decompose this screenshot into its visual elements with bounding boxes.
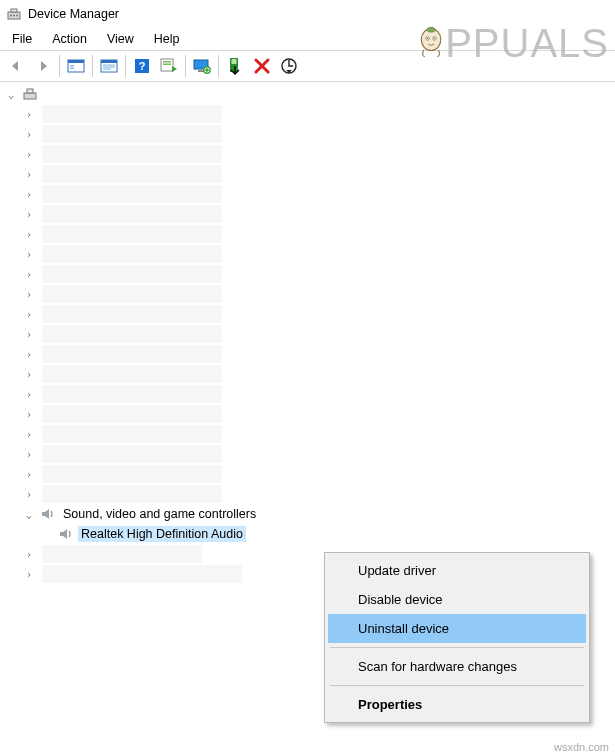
update-driver-icon <box>160 58 178 74</box>
svg-point-2 <box>10 15 12 17</box>
tree-category[interactable]: › <box>0 264 615 284</box>
svg-rect-18 <box>163 64 171 66</box>
svg-rect-23 <box>232 59 237 64</box>
speaker-icon <box>40 506 56 522</box>
chevron-down-icon[interactable]: ⌄ <box>22 507 36 521</box>
chevron-right-icon[interactable]: › <box>22 107 36 121</box>
tree-category[interactable]: › <box>0 244 615 264</box>
svg-rect-12 <box>103 67 115 68</box>
uninstall-x-icon <box>254 58 270 74</box>
tree-root[interactable]: ⌄ <box>0 84 615 104</box>
chevron-right-icon[interactable]: › <box>22 207 36 221</box>
device-manager-icon <box>6 6 22 22</box>
tree-category[interactable]: › <box>0 124 615 144</box>
scan-icon <box>280 57 298 75</box>
chevron-right-icon[interactable]: › <box>22 347 36 361</box>
tree-category[interactable]: › <box>0 384 615 404</box>
panel-icon <box>67 58 85 74</box>
back-button[interactable] <box>4 54 28 78</box>
chevron-right-icon[interactable]: › <box>22 407 36 421</box>
footer-credit: wsxdn.com <box>554 741 609 753</box>
title-bar: Device Manager <box>0 0 615 28</box>
chevron-right-icon[interactable]: › <box>22 567 36 581</box>
svg-rect-20 <box>198 70 204 72</box>
tree-category[interactable]: › <box>0 304 615 324</box>
speaker-icon <box>58 526 74 542</box>
chevron-right-icon[interactable]: › <box>22 387 36 401</box>
svg-rect-17 <box>163 61 171 63</box>
menu-action[interactable]: Action <box>44 30 95 48</box>
svg-rect-10 <box>101 60 117 63</box>
tree-category[interactable]: › <box>0 324 615 344</box>
chevron-right-icon[interactable]: › <box>22 467 36 481</box>
update-driver-button[interactable] <box>157 54 181 78</box>
scan-hardware-button[interactable] <box>277 54 301 78</box>
install-icon <box>228 57 242 75</box>
properties-icon <box>100 58 118 74</box>
svg-point-4 <box>16 15 18 17</box>
chevron-right-icon[interactable]: › <box>22 227 36 241</box>
menu-bar: File Action View Help <box>0 28 615 50</box>
chevron-right-icon[interactable]: › <box>22 127 36 141</box>
chevron-right-icon[interactable]: › <box>22 487 36 501</box>
chevron-right-icon[interactable]: › <box>22 547 36 561</box>
monitor-icon <box>193 58 211 74</box>
tree-item-realtek[interactable]: Realtek High Definition Audio <box>0 524 615 544</box>
chevron-right-icon[interactable]: › <box>22 187 36 201</box>
forward-button[interactable] <box>31 54 55 78</box>
install-device-button[interactable] <box>223 54 247 78</box>
tree-category[interactable]: › <box>0 464 615 484</box>
svg-text:?: ? <box>139 60 146 72</box>
menu-view[interactable]: View <box>99 30 142 48</box>
chevron-right-icon[interactable]: › <box>22 247 36 261</box>
tree-category-sound[interactable]: ⌄ Sound, video and game controllers <box>0 504 615 524</box>
chevron-right-icon[interactable]: › <box>22 147 36 161</box>
device-label: Realtek High Definition Audio <box>78 526 246 542</box>
properties-button[interactable] <box>97 54 121 78</box>
cm-update-driver[interactable]: Update driver <box>328 556 586 585</box>
svg-rect-13 <box>103 69 111 70</box>
monitor-button[interactable] <box>190 54 214 78</box>
tree-category[interactable]: › <box>0 164 615 184</box>
uninstall-device-button[interactable] <box>250 54 274 78</box>
menu-help[interactable]: Help <box>146 30 188 48</box>
chevron-right-icon[interactable]: › <box>22 427 36 441</box>
chevron-right-icon[interactable]: › <box>22 287 36 301</box>
toolbar: ? <box>0 50 615 82</box>
tree-category[interactable]: › <box>0 404 615 424</box>
chevron-down-icon[interactable]: ⌄ <box>4 87 18 101</box>
tree-category[interactable]: › <box>0 144 615 164</box>
chevron-right-icon[interactable]: › <box>22 307 36 321</box>
help-button[interactable]: ? <box>130 54 154 78</box>
chevron-right-icon[interactable]: › <box>22 167 36 181</box>
context-menu: Update driver Disable device Uninstall d… <box>324 552 590 723</box>
tree-category[interactable]: › <box>0 104 615 124</box>
back-arrow-icon <box>8 58 24 74</box>
cm-separator <box>330 647 584 648</box>
window-title: Device Manager <box>28 7 119 21</box>
category-label: Sound, video and game controllers <box>60 506 259 522</box>
svg-rect-6 <box>68 60 84 63</box>
tree-category[interactable]: › <box>0 284 615 304</box>
chevron-right-icon[interactable]: › <box>22 367 36 381</box>
cm-uninstall-device[interactable]: Uninstall device <box>328 614 586 643</box>
cm-properties[interactable]: Properties <box>328 690 586 719</box>
tree-category[interactable]: › <box>0 224 615 244</box>
forward-arrow-icon <box>35 58 51 74</box>
tree-category[interactable]: › <box>0 444 615 464</box>
cm-separator <box>330 685 584 686</box>
tree-category[interactable]: › <box>0 424 615 444</box>
chevron-right-icon[interactable]: › <box>22 447 36 461</box>
svg-rect-8 <box>70 68 74 70</box>
tree-category[interactable]: › <box>0 484 615 504</box>
menu-file[interactable]: File <box>4 30 40 48</box>
tree-category[interactable]: › <box>0 204 615 224</box>
chevron-right-icon[interactable]: › <box>22 327 36 341</box>
show-hidden-button[interactable] <box>64 54 88 78</box>
tree-category[interactable]: › <box>0 344 615 364</box>
tree-category[interactable]: › <box>0 184 615 204</box>
tree-category[interactable]: › <box>0 364 615 384</box>
chevron-right-icon[interactable]: › <box>22 267 36 281</box>
cm-scan-hardware[interactable]: Scan for hardware changes <box>328 652 586 681</box>
cm-disable-device[interactable]: Disable device <box>328 585 586 614</box>
